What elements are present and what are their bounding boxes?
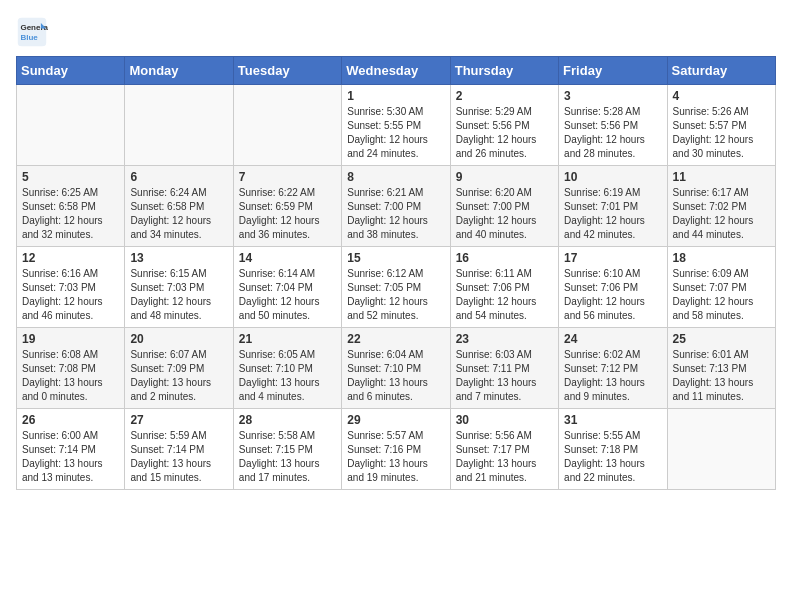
calendar-week-2: 5Sunrise: 6:25 AM Sunset: 6:58 PM Daylig…	[17, 166, 776, 247]
calendar-cell: 1Sunrise: 5:30 AM Sunset: 5:55 PM Daylig…	[342, 85, 450, 166]
calendar-cell	[667, 409, 775, 490]
day-info: Sunrise: 6:25 AM Sunset: 6:58 PM Dayligh…	[22, 186, 119, 242]
day-number: 8	[347, 170, 444, 184]
day-info: Sunrise: 5:26 AM Sunset: 5:57 PM Dayligh…	[673, 105, 770, 161]
calendar-cell	[233, 85, 341, 166]
day-number: 29	[347, 413, 444, 427]
day-number: 10	[564, 170, 661, 184]
day-number: 25	[673, 332, 770, 346]
calendar-cell	[125, 85, 233, 166]
calendar-cell: 12Sunrise: 6:16 AM Sunset: 7:03 PM Dayli…	[17, 247, 125, 328]
day-number: 9	[456, 170, 553, 184]
svg-text:Blue: Blue	[20, 33, 38, 42]
calendar-cell: 31Sunrise: 5:55 AM Sunset: 7:18 PM Dayli…	[559, 409, 667, 490]
calendar-cell: 16Sunrise: 6:11 AM Sunset: 7:06 PM Dayli…	[450, 247, 558, 328]
calendar-cell: 13Sunrise: 6:15 AM Sunset: 7:03 PM Dayli…	[125, 247, 233, 328]
day-info: Sunrise: 6:08 AM Sunset: 7:08 PM Dayligh…	[22, 348, 119, 404]
header-sunday: Sunday	[17, 57, 125, 85]
day-number: 20	[130, 332, 227, 346]
header-saturday: Saturday	[667, 57, 775, 85]
day-number: 24	[564, 332, 661, 346]
calendar-cell: 18Sunrise: 6:09 AM Sunset: 7:07 PM Dayli…	[667, 247, 775, 328]
calendar-cell: 8Sunrise: 6:21 AM Sunset: 7:00 PM Daylig…	[342, 166, 450, 247]
day-info: Sunrise: 6:16 AM Sunset: 7:03 PM Dayligh…	[22, 267, 119, 323]
calendar-cell: 19Sunrise: 6:08 AM Sunset: 7:08 PM Dayli…	[17, 328, 125, 409]
calendar-cell: 17Sunrise: 6:10 AM Sunset: 7:06 PM Dayli…	[559, 247, 667, 328]
day-number: 11	[673, 170, 770, 184]
header-row: SundayMondayTuesdayWednesdayThursdayFrid…	[17, 57, 776, 85]
calendar-cell: 21Sunrise: 6:05 AM Sunset: 7:10 PM Dayli…	[233, 328, 341, 409]
day-number: 6	[130, 170, 227, 184]
day-info: Sunrise: 6:02 AM Sunset: 7:12 PM Dayligh…	[564, 348, 661, 404]
day-info: Sunrise: 6:00 AM Sunset: 7:14 PM Dayligh…	[22, 429, 119, 485]
day-info: Sunrise: 6:01 AM Sunset: 7:13 PM Dayligh…	[673, 348, 770, 404]
day-info: Sunrise: 6:24 AM Sunset: 6:58 PM Dayligh…	[130, 186, 227, 242]
header-monday: Monday	[125, 57, 233, 85]
day-number: 4	[673, 89, 770, 103]
day-info: Sunrise: 6:22 AM Sunset: 6:59 PM Dayligh…	[239, 186, 336, 242]
logo: General Blue	[16, 16, 52, 48]
day-info: Sunrise: 5:56 AM Sunset: 7:17 PM Dayligh…	[456, 429, 553, 485]
calendar-cell: 25Sunrise: 6:01 AM Sunset: 7:13 PM Dayli…	[667, 328, 775, 409]
day-number: 12	[22, 251, 119, 265]
day-number: 16	[456, 251, 553, 265]
header-thursday: Thursday	[450, 57, 558, 85]
day-info: Sunrise: 6:14 AM Sunset: 7:04 PM Dayligh…	[239, 267, 336, 323]
calendar-cell: 11Sunrise: 6:17 AM Sunset: 7:02 PM Dayli…	[667, 166, 775, 247]
calendar-cell: 4Sunrise: 5:26 AM Sunset: 5:57 PM Daylig…	[667, 85, 775, 166]
calendar-week-3: 12Sunrise: 6:16 AM Sunset: 7:03 PM Dayli…	[17, 247, 776, 328]
calendar-cell: 29Sunrise: 5:57 AM Sunset: 7:16 PM Dayli…	[342, 409, 450, 490]
day-info: Sunrise: 6:21 AM Sunset: 7:00 PM Dayligh…	[347, 186, 444, 242]
day-number: 26	[22, 413, 119, 427]
day-info: Sunrise: 6:07 AM Sunset: 7:09 PM Dayligh…	[130, 348, 227, 404]
day-info: Sunrise: 5:29 AM Sunset: 5:56 PM Dayligh…	[456, 105, 553, 161]
day-info: Sunrise: 6:05 AM Sunset: 7:10 PM Dayligh…	[239, 348, 336, 404]
day-number: 22	[347, 332, 444, 346]
calendar-table: SundayMondayTuesdayWednesdayThursdayFrid…	[16, 56, 776, 490]
day-number: 2	[456, 89, 553, 103]
day-number: 27	[130, 413, 227, 427]
calendar-cell: 7Sunrise: 6:22 AM Sunset: 6:59 PM Daylig…	[233, 166, 341, 247]
calendar-cell: 22Sunrise: 6:04 AM Sunset: 7:10 PM Dayli…	[342, 328, 450, 409]
calendar-cell: 28Sunrise: 5:58 AM Sunset: 7:15 PM Dayli…	[233, 409, 341, 490]
day-info: Sunrise: 6:04 AM Sunset: 7:10 PM Dayligh…	[347, 348, 444, 404]
day-info: Sunrise: 5:58 AM Sunset: 7:15 PM Dayligh…	[239, 429, 336, 485]
day-number: 14	[239, 251, 336, 265]
calendar-cell: 24Sunrise: 6:02 AM Sunset: 7:12 PM Dayli…	[559, 328, 667, 409]
header-wednesday: Wednesday	[342, 57, 450, 85]
calendar-cell: 26Sunrise: 6:00 AM Sunset: 7:14 PM Dayli…	[17, 409, 125, 490]
calendar-cell: 9Sunrise: 6:20 AM Sunset: 7:00 PM Daylig…	[450, 166, 558, 247]
calendar-cell: 10Sunrise: 6:19 AM Sunset: 7:01 PM Dayli…	[559, 166, 667, 247]
day-info: Sunrise: 6:10 AM Sunset: 7:06 PM Dayligh…	[564, 267, 661, 323]
day-number: 17	[564, 251, 661, 265]
header-friday: Friday	[559, 57, 667, 85]
calendar-cell	[17, 85, 125, 166]
day-info: Sunrise: 6:15 AM Sunset: 7:03 PM Dayligh…	[130, 267, 227, 323]
day-number: 5	[22, 170, 119, 184]
day-info: Sunrise: 6:17 AM Sunset: 7:02 PM Dayligh…	[673, 186, 770, 242]
calendar-cell: 2Sunrise: 5:29 AM Sunset: 5:56 PM Daylig…	[450, 85, 558, 166]
day-number: 21	[239, 332, 336, 346]
calendar-cell: 5Sunrise: 6:25 AM Sunset: 6:58 PM Daylig…	[17, 166, 125, 247]
day-info: Sunrise: 6:19 AM Sunset: 7:01 PM Dayligh…	[564, 186, 661, 242]
day-info: Sunrise: 6:12 AM Sunset: 7:05 PM Dayligh…	[347, 267, 444, 323]
calendar-cell: 23Sunrise: 6:03 AM Sunset: 7:11 PM Dayli…	[450, 328, 558, 409]
calendar-cell: 3Sunrise: 5:28 AM Sunset: 5:56 PM Daylig…	[559, 85, 667, 166]
day-info: Sunrise: 6:11 AM Sunset: 7:06 PM Dayligh…	[456, 267, 553, 323]
calendar-cell: 20Sunrise: 6:07 AM Sunset: 7:09 PM Dayli…	[125, 328, 233, 409]
calendar-week-5: 26Sunrise: 6:00 AM Sunset: 7:14 PM Dayli…	[17, 409, 776, 490]
calendar-cell: 6Sunrise: 6:24 AM Sunset: 6:58 PM Daylig…	[125, 166, 233, 247]
header-tuesday: Tuesday	[233, 57, 341, 85]
day-number: 28	[239, 413, 336, 427]
calendar-cell: 15Sunrise: 6:12 AM Sunset: 7:05 PM Dayli…	[342, 247, 450, 328]
day-info: Sunrise: 5:28 AM Sunset: 5:56 PM Dayligh…	[564, 105, 661, 161]
day-number: 1	[347, 89, 444, 103]
day-number: 19	[22, 332, 119, 346]
page-header: General Blue	[16, 16, 776, 48]
day-info: Sunrise: 6:20 AM Sunset: 7:00 PM Dayligh…	[456, 186, 553, 242]
day-info: Sunrise: 5:59 AM Sunset: 7:14 PM Dayligh…	[130, 429, 227, 485]
day-info: Sunrise: 5:30 AM Sunset: 5:55 PM Dayligh…	[347, 105, 444, 161]
day-number: 31	[564, 413, 661, 427]
calendar-week-1: 1Sunrise: 5:30 AM Sunset: 5:55 PM Daylig…	[17, 85, 776, 166]
day-number: 15	[347, 251, 444, 265]
